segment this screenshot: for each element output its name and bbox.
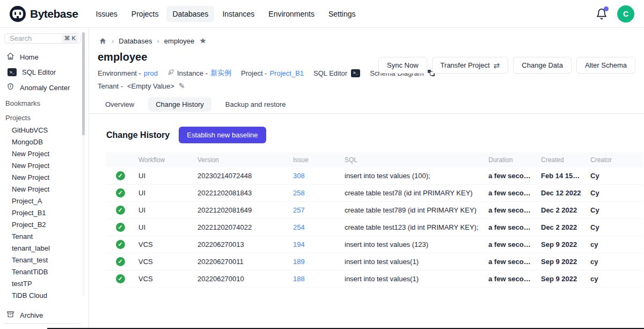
- sidebar-project-item[interactable]: New Project: [4, 184, 81, 195]
- instance-meta: Instance - 新实例: [167, 68, 231, 78]
- tab-backup-and-restore[interactable]: Backup and restore: [218, 97, 294, 112]
- notifications-button[interactable]: [596, 8, 608, 20]
- created-cell: Sep 9 2022: [537, 253, 586, 270]
- issue-link[interactable]: 194: [293, 240, 305, 248]
- breadcrumb-databases[interactable]: Databases: [119, 37, 152, 45]
- status-cell: ✓: [106, 236, 134, 253]
- created-cell: Sep 9 2022: [537, 270, 586, 288]
- nav-item-environments[interactable]: Environments: [262, 6, 320, 22]
- nav-item-instances[interactable]: Instances: [216, 6, 260, 22]
- sidebar: Search ⌘ K Home >_ SQL Editor: [0, 28, 89, 329]
- change-data-button[interactable]: Change Data: [513, 57, 572, 74]
- breadcrumb-home-icon[interactable]: [99, 37, 107, 45]
- issue-cell: 189: [289, 253, 340, 270]
- history-row[interactable]: ✓UI20230214072448308insert into test val…: [106, 167, 643, 185]
- sidebar-item-sql-editor[interactable]: >_ SQL Editor: [4, 65, 81, 79]
- sql-editor-shortcut[interactable]: SQL Editor >_: [313, 69, 360, 77]
- avatar[interactable]: C: [617, 5, 634, 23]
- issue-cell: 188: [289, 270, 340, 288]
- bookmark-star-icon[interactable]: ★: [199, 36, 206, 46]
- sidebar-project-item[interactable]: TenantTiDB: [4, 266, 81, 278]
- issue-link[interactable]: 257: [293, 206, 305, 214]
- history-row[interactable]: ✓UI20221202081843258create table test78 …: [106, 185, 643, 202]
- workflow-cell: UI: [134, 219, 193, 236]
- version-cell: 202206270010: [193, 270, 289, 288]
- nav-item-projects[interactable]: Projects: [126, 6, 165, 22]
- issue-link[interactable]: 189: [293, 258, 305, 266]
- sidebar-scrollbar-thumb[interactable]: [82, 32, 85, 135]
- sidebar-project-item[interactable]: Tenant: [4, 231, 81, 243]
- sidebar-project-item[interactable]: tenant_label: [4, 243, 81, 254]
- nav-item-databases[interactable]: Databases: [166, 6, 214, 22]
- duration-cell: a few seconds: [484, 202, 537, 219]
- sql-cell: insert into test values (123): [340, 236, 484, 253]
- sidebar-project-item[interactable]: New Project: [4, 172, 81, 184]
- sidebar-item-anomaly-center[interactable]: Anomaly Center: [4, 79, 81, 96]
- edit-pencil-icon[interactable]: ✎: [179, 82, 185, 90]
- status-cell: ✓: [106, 167, 134, 185]
- sidebar-main-list: Home >_ SQL Editor Anomaly Center: [4, 49, 81, 96]
- sidebar-project-item[interactable]: Project_A: [4, 195, 81, 207]
- sidebar-project-item[interactable]: Project_B1: [4, 207, 81, 219]
- chevron-right-icon: ›: [157, 37, 159, 45]
- success-status-icon: ✓: [116, 257, 125, 266]
- sidebar-project-item[interactable]: New Project: [4, 148, 81, 160]
- status-cell: ✓: [106, 202, 134, 219]
- breadcrumb-employee[interactable]: employee: [164, 37, 194, 45]
- issue-link[interactable]: 254: [293, 223, 305, 231]
- top-navbar: Bytebase IssuesProjectsDatabasesInstance…: [0, 0, 644, 28]
- establish-baseline-button[interactable]: Establish new baseline: [179, 127, 266, 143]
- tab-change-history[interactable]: Change History: [148, 97, 211, 112]
- transfer-project-button[interactable]: Transfer Project ⇄: [432, 57, 509, 74]
- environment-link[interactable]: prod: [144, 69, 158, 77]
- version-cell: 202206270011: [193, 253, 289, 270]
- success-status-icon: ✓: [116, 274, 125, 283]
- sidebar-item-archive[interactable]: Archive: [4, 307, 81, 323]
- issue-link[interactable]: 308: [293, 172, 305, 180]
- issue-link[interactable]: 258: [293, 189, 305, 197]
- creator-cell: Cy: [586, 167, 643, 185]
- column-header-sql: SQL: [340, 152, 484, 167]
- column-header-status: [106, 152, 134, 167]
- environment-meta: Environment - prod: [98, 69, 158, 77]
- sidebar-project-item[interactable]: Project_B2: [4, 219, 81, 231]
- status-cell: ✓: [106, 219, 134, 236]
- sidebar-project-item[interactable]: MongoDB: [4, 136, 81, 148]
- sidebar-project-item[interactable]: New Project: [4, 160, 81, 172]
- tenant-value: <Empty Value>: [127, 82, 174, 90]
- status-cell: ✓: [106, 253, 134, 270]
- creator-cell: cy: [586, 236, 643, 253]
- duration-cell: a few seconds: [484, 270, 537, 288]
- instance-link[interactable]: 新实例: [210, 68, 231, 78]
- search-input[interactable]: Search ⌘ K: [4, 33, 81, 43]
- history-row[interactable]: ✓UI20221202074022254create table test123…: [106, 219, 643, 236]
- sidebar-item-home[interactable]: Home: [4, 49, 81, 65]
- breadcrumb: › Databases › employee ★: [98, 33, 635, 46]
- nav-item-issues[interactable]: Issues: [90, 6, 123, 22]
- topnav-right: C: [596, 5, 634, 23]
- history-row[interactable]: ✓UI20221202081649257create table test789…: [106, 202, 643, 219]
- brand-name: Bytebase: [30, 8, 78, 20]
- issue-link[interactable]: 188: [293, 275, 305, 283]
- sidebar-item-label: Anomaly Center: [20, 84, 70, 92]
- tab-overview[interactable]: Overview: [98, 97, 142, 112]
- project-link[interactable]: Project_B1: [269, 69, 304, 77]
- sidebar-project-item[interactable]: TiDB Cloud: [4, 290, 81, 302]
- alter-schema-button[interactable]: Alter Schema: [576, 57, 635, 74]
- archive-icon: [6, 310, 14, 320]
- sidebar-project-item[interactable]: Tenant_test: [4, 254, 81, 266]
- bytebase-logo[interactable]: Bytebase: [10, 6, 78, 22]
- nav-item-settings[interactable]: Settings: [323, 6, 362, 22]
- sql-cell: insert into test values (100);: [340, 167, 484, 185]
- history-row[interactable]: ✓VCS202206270010188insert into test valu…: [106, 270, 643, 288]
- sidebar-project-item[interactable]: GitHubVCS: [4, 125, 81, 136]
- sync-now-button[interactable]: Sync Now: [378, 57, 427, 74]
- duration-cell: a few seconds: [484, 185, 537, 202]
- sidebar-project-item[interactable]: testTP: [4, 278, 81, 290]
- issue-cell: 257: [289, 202, 340, 219]
- history-row[interactable]: ✓VCS202206270013194insert into test valu…: [106, 236, 643, 253]
- success-status-icon: ✓: [116, 240, 125, 249]
- workflow-cell: UI: [134, 167, 193, 185]
- terminal-icon: >_: [351, 69, 360, 77]
- history-row[interactable]: ✓VCS202206270011189insert into test valu…: [106, 253, 643, 270]
